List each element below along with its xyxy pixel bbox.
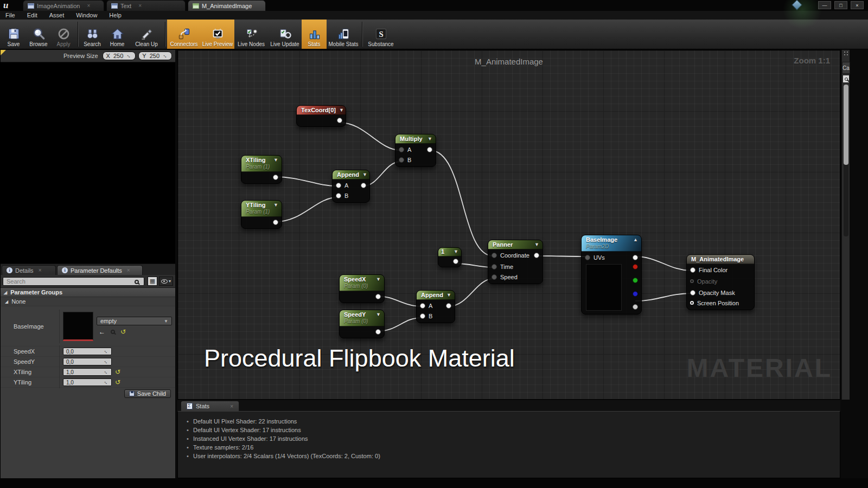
parameter-groups-header[interactable]: ◢ Parameter Groups bbox=[1, 288, 175, 297]
node-panner[interactable]: Panner ▼ Coordinate Time Speed bbox=[488, 240, 543, 284]
output-pin-a[interactable] bbox=[633, 304, 638, 310]
live-nodes-button[interactable]: Live Nodes bbox=[234, 20, 268, 49]
search-input[interactable] bbox=[3, 277, 144, 286]
chevron-down-icon[interactable]: ▼ bbox=[427, 136, 432, 142]
preview-y-spinbox[interactable]: Y 250 ↔ bbox=[138, 52, 172, 60]
window-tab-material[interactable]: M_AnimatedImage bbox=[188, 0, 266, 11]
texture-thumbnail[interactable] bbox=[63, 312, 93, 341]
menu-asset[interactable]: Asset bbox=[49, 12, 65, 18]
node-ytiling[interactable]: YTiling Param (1) ▼ bbox=[241, 200, 282, 229]
chevron-down-icon[interactable]: ▼ bbox=[273, 157, 278, 163]
substance-button[interactable]: S Substance bbox=[364, 20, 398, 49]
input-pin-a[interactable] bbox=[399, 147, 404, 152]
speedx-input[interactable]: 0,0 ↔ bbox=[63, 348, 112, 355]
node-xtiling[interactable]: XTiling Param (1) ▼ bbox=[241, 155, 282, 184]
ytiling-input[interactable]: 1,0 ↔ bbox=[63, 378, 112, 386]
input-pin-b[interactable] bbox=[420, 313, 425, 319]
output-pin-b[interactable] bbox=[633, 291, 638, 297]
reset-icon[interactable]: ↺ bbox=[120, 328, 126, 336]
preview-x-spinbox[interactable]: X 250 ↔ bbox=[103, 52, 136, 60]
input-pin-speed[interactable] bbox=[492, 274, 497, 280]
output-pin[interactable] bbox=[273, 220, 278, 225]
chevron-down-icon[interactable]: ▼ bbox=[454, 248, 458, 254]
close-button[interactable]: × bbox=[851, 1, 864, 9]
node-append-tiling[interactable]: Append ▼ A B bbox=[332, 170, 370, 203]
node-multiply[interactable]: Multiply ▼ A B bbox=[395, 134, 436, 167]
input-pin-a[interactable] bbox=[336, 183, 341, 188]
connectors-button[interactable]: Connectors bbox=[167, 20, 201, 49]
drag-handle-icon[interactable]: ↔ bbox=[125, 52, 133, 60]
tab-parameter-defaults[interactable]: i Parameter Defaults × bbox=[57, 265, 143, 275]
texture-select-dropdown[interactable]: empty ▼ bbox=[97, 317, 172, 325]
output-pin[interactable] bbox=[361, 183, 366, 188]
node-constant-one[interactable]: 1 ▼ bbox=[438, 247, 462, 267]
material-preview-viewport[interactable] bbox=[1, 62, 175, 264]
node-speedy[interactable]: SpeedY Param (0) ▼ bbox=[339, 310, 385, 338]
menu-file[interactable]: File bbox=[5, 12, 15, 18]
group-none-row[interactable]: ◢ None bbox=[1, 297, 175, 306]
save-button[interactable]: Save bbox=[1, 20, 26, 49]
output-pin-r[interactable] bbox=[633, 264, 638, 269]
close-tab-icon[interactable]: × bbox=[127, 267, 130, 273]
minimize-button[interactable]: — bbox=[818, 1, 831, 9]
input-pin-coordinate[interactable] bbox=[492, 253, 497, 258]
chevron-up-icon[interactable]: ▲ bbox=[633, 236, 638, 242]
input-pin-a[interactable] bbox=[420, 303, 425, 309]
use-selected-icon[interactable]: ← bbox=[99, 328, 105, 336]
chevron-down-icon[interactable]: ▼ bbox=[273, 202, 278, 208]
output-pin[interactable] bbox=[446, 303, 451, 309]
vertical-scrollbar[interactable] bbox=[844, 85, 848, 236]
close-tab-icon[interactable]: × bbox=[138, 3, 142, 9]
browse-button[interactable]: Browse bbox=[26, 20, 51, 49]
input-pin-time[interactable] bbox=[492, 264, 497, 269]
output-pin[interactable] bbox=[375, 294, 381, 299]
live-update-button[interactable]: Live Update bbox=[268, 20, 302, 49]
input-pin-b[interactable] bbox=[336, 193, 341, 198]
node-baseimage-texture[interactable]: BaseImage Param2D ▲ UVs bbox=[581, 235, 642, 314]
window-tab-text[interactable]: Text × bbox=[106, 0, 186, 11]
xtiling-input[interactable]: 1,0 ↔ bbox=[63, 368, 112, 376]
scrollbar-thumb[interactable] bbox=[844, 85, 848, 165]
reset-to-default-icon[interactable]: ↺ bbox=[115, 368, 120, 376]
drag-handle-icon[interactable]: ↔ bbox=[103, 348, 110, 355]
reset-to-default-icon[interactable]: ↺ bbox=[115, 378, 120, 386]
window-tab-imageanimation[interactable]: ImageAnimation × bbox=[23, 0, 104, 11]
palette-side-tab[interactable]: Ca bbox=[842, 62, 850, 74]
output-pin[interactable] bbox=[453, 259, 458, 264]
drag-handle-icon[interactable]: ↔ bbox=[162, 52, 169, 60]
save-child-button[interactable]: Save Child bbox=[124, 389, 171, 398]
node-material-output[interactable]: M_AnimatedImage Final Color Opacity Opac… bbox=[686, 254, 755, 310]
chevron-down-icon[interactable]: ▼ bbox=[446, 292, 451, 298]
material-graph-canvas[interactable]: M_AnimatedImage Zoom 1:1 MATERIAL Proced… bbox=[177, 50, 840, 400]
chevron-down-icon[interactable]: ▼ bbox=[376, 276, 381, 282]
browse-asset-icon[interactable] bbox=[111, 330, 115, 334]
node-append-speed[interactable]: Append ▼ A B bbox=[416, 290, 455, 323]
panel-grip-icon[interactable] bbox=[844, 51, 848, 59]
drag-handle-icon[interactable]: ↔ bbox=[103, 358, 110, 365]
drag-handle-icon[interactable]: ↔ bbox=[103, 379, 110, 386]
node-texcoord[interactable]: TexCoord[0] ▼ bbox=[296, 105, 346, 127]
apply-button[interactable]: Apply bbox=[51, 20, 76, 49]
chevron-down-icon[interactable]: ▼ bbox=[376, 311, 381, 317]
speedy-input[interactable]: 0,0 ↔ bbox=[63, 358, 112, 365]
maximize-button[interactable]: □ bbox=[834, 1, 847, 9]
tab-details[interactable]: i Details × bbox=[2, 265, 56, 275]
output-pin[interactable] bbox=[427, 147, 432, 152]
chevron-down-icon[interactable]: ▼ bbox=[339, 107, 344, 113]
input-pin-opacity-mask[interactable] bbox=[690, 290, 695, 296]
input-pin-opacity[interactable] bbox=[690, 279, 694, 283]
menu-edit[interactable]: Edit bbox=[27, 12, 37, 18]
close-tab-icon[interactable]: × bbox=[87, 3, 91, 9]
visibility-filter-button[interactable]: ▾ bbox=[159, 277, 173, 286]
home-button[interactable]: Home bbox=[105, 20, 130, 49]
close-tab-icon[interactable]: × bbox=[39, 267, 42, 273]
menu-help[interactable]: Help bbox=[109, 12, 122, 18]
drag-handle-icon[interactable]: ↔ bbox=[103, 369, 110, 376]
input-pin-final-color[interactable] bbox=[690, 267, 695, 273]
output-pin-g[interactable] bbox=[633, 278, 638, 283]
live-preview-button[interactable]: Live Preview bbox=[201, 20, 234, 49]
output-pin[interactable] bbox=[534, 253, 539, 258]
mobile-stats-button[interactable]: Mobile Stats bbox=[327, 20, 360, 49]
clean-up-button[interactable]: Clean Up bbox=[130, 20, 163, 49]
menu-window[interactable]: Window bbox=[76, 12, 97, 18]
